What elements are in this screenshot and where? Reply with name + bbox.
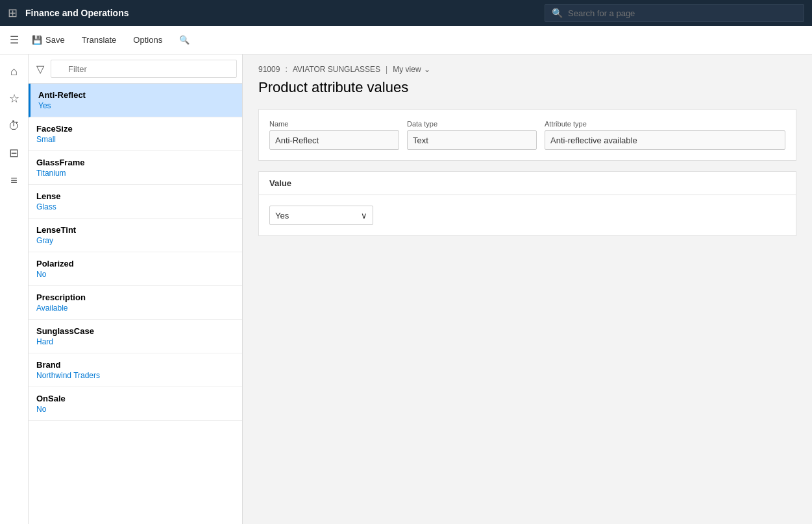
sidebar-grid-icon[interactable]: ⊟ [3,141,26,165]
list-item-name: GlassFrame [36,158,234,167]
attr-type-input[interactable] [545,130,785,150]
list-item[interactable]: SunglassCase Hard [29,320,242,353]
detail-panel: 91009 : AVIATOR SUNGLASSES | My view ⌄ P… [243,54,812,524]
search-icon: 🔍 [552,8,563,18]
chevron-down-icon: ⌄ [424,65,430,74]
list-item-name: LenseTint [36,225,234,235]
list-item[interactable]: Polarized No [29,252,242,286]
attr-type-label: Attribute type [545,120,785,128]
list-item-value: Small [36,135,234,144]
attr-type-field: Attribute type [545,120,785,150]
my-view-label: My view [393,65,421,74]
breadcrumb-separator: | [386,65,388,74]
list-item-name: OnSale [36,394,234,403]
list-item[interactable]: GlassFrame Titanium [29,151,242,185]
list-item[interactable]: Anti-Reflect Yes [29,84,242,117]
top-bar: ⊞ Finance and Operations 🔍 [0,0,812,26]
search-icon-toolbar: 🔍 [179,35,190,45]
list-item-value: Glass [36,202,234,211]
sidebar-star-icon[interactable]: ☆ [3,87,26,110]
filter-icon[interactable]: ▽ [34,60,47,78]
value-section-body: Yes ∨ [259,195,796,235]
my-view-button[interactable]: My view ⌄ [393,65,430,74]
value-section-header: Value [259,172,796,195]
hamburger-icon[interactable]: ☰ [6,30,22,49]
data-type-field: Data type [407,120,537,150]
name-input[interactable] [269,130,399,150]
list-panel: ▽ 🔍 Anti-Reflect Yes FaceSize Small Glas… [29,54,243,524]
list-item[interactable]: FaceSize Small [29,117,242,151]
data-type-input[interactable] [407,130,537,150]
list-item[interactable]: Lense Glass [29,185,242,219]
apps-icon[interactable]: ⊞ [8,6,18,20]
list-item-value: Available [36,304,234,313]
value-section: Value Yes ∨ [258,171,796,236]
save-icon: 💾 [32,35,42,45]
list-item-name: Polarized [36,259,234,268]
form-row: Name Data type Attribute type [269,120,785,150]
list-item-name: Anti-Reflect [38,90,234,100]
app-title: Finance and Operations [25,8,537,18]
list-item-name: Brand [36,360,234,370]
list-item[interactable]: Brand Northwind Traders [29,353,242,387]
search-button[interactable]: 🔍 [172,31,197,49]
list-item-name: FaceSize [36,124,234,134]
attribute-form-section: Name Data type Attribute type [258,109,796,161]
name-label: Name [269,120,399,128]
main-layout: ⌂ ☆ ⏱ ⊟ ≡ ▽ 🔍 Anti-Reflect Yes FaceSize … [0,54,812,524]
sidebar-home-icon[interactable]: ⌂ [3,60,26,83]
global-search[interactable]: 🔍 [545,4,804,22]
list-item[interactable]: Prescription Available [29,286,242,320]
sidebar-clock-icon[interactable]: ⏱ [3,114,26,137]
list-item-name: Lense [36,191,234,201]
translate-button[interactable]: Translate [75,31,124,49]
list-item-value: Gray [36,236,234,245]
search-input[interactable] [568,8,797,18]
list-item-value: Yes [38,101,234,110]
toolbar: ☰ 💾 Save Translate Options 🔍 [0,26,812,54]
list-item-name: Prescription [36,292,234,302]
list-item[interactable]: OnSale No [29,387,242,421]
chevron-down-icon: ∨ [361,211,367,220]
list-panel-header: ▽ 🔍 [29,54,242,84]
breadcrumb: 91009 : AVIATOR SUNGLASSES | My view ⌄ [258,65,796,74]
filter-input[interactable] [51,60,237,78]
page-title: Product attribute values [258,79,796,96]
filter-input-wrapper: 🔍 [51,60,237,78]
list-item-name: SunglassCase [36,326,234,336]
options-button[interactable]: Options [126,31,169,49]
list-item-value: Northwind Traders [36,371,234,380]
list-item-value: Titanium [36,169,234,178]
value-dropdown[interactable]: Yes ∨ [269,206,373,225]
name-field: Name [269,120,399,150]
sidebar-icons: ⌂ ☆ ⏱ ⊟ ≡ [0,54,29,524]
list-item-value: No [36,270,234,279]
list-item-value: No [36,405,234,414]
data-type-label: Data type [407,120,537,128]
list-item-value: Hard [36,337,234,346]
list-items: Anti-Reflect Yes FaceSize Small GlassFra… [29,84,242,524]
breadcrumb-name: AVIATOR SUNGLASSES [293,65,380,74]
save-button[interactable]: 💾 Save [25,31,72,49]
breadcrumb-colon: : [285,65,287,74]
value-dropdown-text: Yes [275,211,289,220]
breadcrumb-id: 91009 [258,65,280,74]
list-item[interactable]: LenseTint Gray [29,219,242,252]
sidebar-lines-icon[interactable]: ≡ [3,169,26,192]
